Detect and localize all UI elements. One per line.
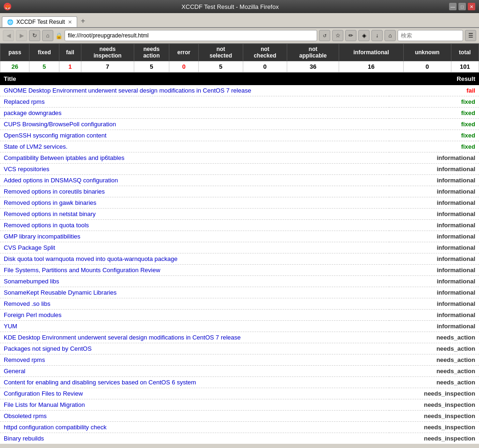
page-content: pass fixed fail needsinspection needsact… — [0, 43, 479, 444]
table-row: Replaced rpmsfixed — [0, 96, 479, 108]
stat-unknown-value: 0 — [403, 61, 451, 72]
home-button[interactable]: ⌂ — [42, 30, 53, 41]
row-title-link[interactable]: KDE Desktop Environment underwent severa… — [4, 334, 241, 341]
row-title-link[interactable]: Removed options in netstat binary — [4, 210, 96, 217]
lock-icon: 🔒 — [55, 32, 63, 39]
row-title-link[interactable]: Packages not signed by CentOS — [4, 345, 92, 352]
row-title-link[interactable]: YUM — [4, 323, 17, 330]
stat-pass-value: 26 — [0, 61, 29, 72]
row-title-link[interactable]: Removed options in gawk binaries — [4, 199, 96, 206]
row-title-link[interactable]: Removed rpms — [4, 356, 45, 363]
row-title-link[interactable]: Configuration Files to Review — [4, 390, 83, 397]
row-result: informational — [389, 287, 479, 298]
row-title-link[interactable]: CVS Package Split — [4, 244, 55, 251]
row-title-link[interactable]: CUPS Browsing/BrowsePoll configuration — [4, 121, 116, 128]
row-title-link[interactable]: GNOME Desktop Environment underwent seve… — [4, 87, 251, 94]
row-title-link[interactable]: Added options in DNSMASQ configuration — [4, 177, 118, 184]
row-result: needs_inspection — [389, 388, 479, 399]
row-title-link[interactable]: GMP library incompatibilities — [4, 233, 80, 240]
pocket-icon[interactable]: ◈ — [358, 30, 370, 41]
stat-pass-header: pass — [0, 44, 29, 61]
row-title: Packages not signed by CentOS — [0, 343, 389, 354]
table-row: Removed rpmsneeds_action — [0, 354, 479, 366]
search-input[interactable] — [398, 30, 463, 41]
window-controls[interactable]: — □ ✕ — [449, 3, 475, 10]
table-row: Added options in DNSMASQ configurationin… — [0, 175, 479, 186]
row-title-link[interactable]: Removed options in quota tools — [4, 222, 89, 229]
table-row: GMP library incompatibilitiesinformation… — [0, 231, 479, 242]
row-title-link[interactable]: State of LVM2 services. — [4, 143, 67, 150]
table-row: VCS repositoriesinformational — [0, 164, 479, 175]
row-title: General — [0, 366, 389, 377]
menu-icon[interactable]: ☰ — [465, 30, 476, 41]
stat-fixed-value: 5 — [29, 61, 59, 72]
row-title-link[interactable]: Obsoleted rpms — [4, 412, 47, 419]
row-title: File Lists for Manual Migration — [0, 399, 389, 411]
row-title-link[interactable]: File Lists for Manual Migration — [4, 401, 85, 408]
row-title: Sonamebumped libs — [0, 276, 389, 287]
row-result: informational — [389, 298, 479, 310]
stat-needs-action-header: needsaction — [134, 44, 169, 61]
row-title: OpenSSH sysconfig migration content — [0, 130, 389, 141]
row-result: informational — [389, 242, 479, 253]
row-title-link[interactable]: Content for enabling and disabling servi… — [4, 379, 196, 386]
row-title: httpd configuration compatibility check — [0, 422, 389, 433]
row-title-link[interactable]: Removed .so libs — [4, 300, 51, 307]
stat-needs-action-value: 5 — [134, 61, 169, 72]
row-title-link[interactable]: Disk quota tool warnquota moved into quo… — [4, 255, 177, 262]
row-title-link[interactable]: OpenSSH sysconfig migration content — [4, 132, 107, 139]
row-result: fixed — [389, 141, 479, 152]
row-result: needs_action — [389, 366, 479, 377]
row-title-link[interactable]: SonameKept Reusable Dynamic Libraries — [4, 289, 116, 296]
active-tab[interactable]: 🌐 XCCDF Test Result ✕ — [2, 16, 77, 27]
tab-close-button[interactable]: ✕ — [68, 19, 72, 25]
reload-button[interactable]: ↻ — [29, 30, 40, 41]
row-title-link[interactable]: Removed options in coreutils binaries — [4, 188, 105, 195]
row-result: needs_inspection — [389, 422, 479, 433]
stat-fail-value: 1 — [59, 61, 81, 72]
row-title-link[interactable]: File Systems, Partitions and Mounts Conf… — [4, 267, 160, 274]
minimize-button[interactable]: — — [449, 3, 457, 10]
stat-not-applicable-value: 36 — [287, 61, 339, 72]
tab-bar: 🌐 XCCDF Test Result ✕ + — [0, 13, 479, 28]
row-title-link[interactable]: VCS repositories — [4, 166, 50, 173]
stat-fixed-header: fixed — [29, 44, 59, 61]
forward-button[interactable]: ▶ — [16, 30, 27, 41]
row-title-link[interactable]: Sonamebumped libs — [4, 278, 59, 285]
stat-total-header: total — [451, 44, 479, 61]
row-title-link[interactable]: httpd configuration compatibility check — [4, 424, 107, 431]
row-title-link[interactable]: package downgrades — [4, 109, 62, 116]
row-title-link[interactable]: Replaced rpms — [4, 98, 44, 105]
row-title-link[interactable]: Binary rebuilds — [4, 435, 44, 442]
row-title: File Systems, Partitions and Mounts Conf… — [0, 265, 389, 276]
row-title: Added options in DNSMASQ configuration — [0, 175, 389, 186]
table-row: Removed options in coreutils binariesinf… — [0, 186, 479, 197]
row-title: Removed options in quota tools — [0, 220, 389, 231]
maximize-button[interactable]: □ — [458, 3, 466, 10]
stat-error-header: error — [169, 44, 198, 61]
table-row: Content for enabling and disabling servi… — [0, 377, 479, 388]
row-title: State of LVM2 services. — [0, 141, 389, 152]
close-button[interactable]: ✕ — [468, 3, 475, 10]
row-title-link[interactable]: General — [4, 368, 25, 375]
row-result: informational — [389, 321, 479, 332]
download-icon[interactable]: ↓ — [371, 30, 383, 41]
row-title-link[interactable]: Compatibility Between iptables and ip6ta… — [4, 154, 124, 161]
back-button[interactable]: ◀ — [3, 30, 14, 41]
refresh-button[interactable]: ↺ — [319, 30, 330, 41]
url-bar[interactable] — [65, 30, 317, 41]
row-title: package downgrades — [0, 108, 389, 119]
row-title-link[interactable]: Foreign Perl modules — [4, 311, 62, 318]
stat-fail-header: fail — [59, 44, 81, 61]
table-row: Obsoleted rpmsneeds_inspection — [0, 411, 479, 422]
row-result: fixed — [389, 119, 479, 130]
bookmark-star-icon[interactable]: ☆ — [332, 30, 343, 41]
table-row: Removed options in netstat binaryinforma… — [0, 209, 479, 220]
stats-table: pass fixed fail needsinspection needsact… — [0, 43, 479, 72]
home-nav-icon[interactable]: ⌂ — [385, 30, 396, 41]
row-title: VCS repositories — [0, 164, 389, 175]
new-tab-button[interactable]: + — [77, 15, 89, 27]
row-title: SonameKept Reusable Dynamic Libraries — [0, 287, 389, 298]
row-result: needs_inspection — [389, 411, 479, 422]
edit-bookmark-icon[interactable]: ✏ — [345, 30, 356, 41]
